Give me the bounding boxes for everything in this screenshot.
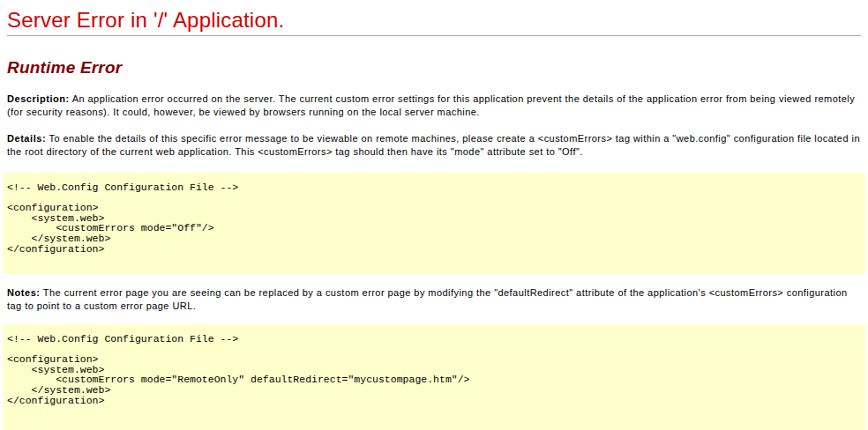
- web-config-code-off: <!-- Web.Config Configuration File --> <…: [3, 173, 865, 254]
- description-paragraph: Description: An application error occurr…: [7, 93, 861, 119]
- description-label: Description:: [7, 93, 70, 104]
- runtime-error-heading: Runtime Error: [7, 58, 861, 78]
- details-paragraph: Details: To enable the details of this s…: [7, 132, 861, 159]
- details-label: Details:: [7, 133, 46, 144]
- web-config-example-off-box: <!-- Web.Config Configuration File --> <…: [3, 173, 865, 274]
- notes-text: The current error page you are seeing ca…: [7, 287, 848, 311]
- description-text: An application error occurred on the ser…: [7, 93, 855, 117]
- web-config-code-remoteonly: <!-- Web.Config Configuration File --> <…: [3, 324, 865, 405]
- title-divider: [7, 35, 861, 36]
- details-text: To enable the details of this specific e…: [7, 133, 860, 157]
- notes-paragraph: Notes: The current error page you are se…: [7, 286, 861, 313]
- aspnet-error-page: Server Error in '/' Application. Runtime…: [0, 0, 868, 430]
- page-title: Server Error in '/' Application.: [7, 7, 861, 33]
- notes-label: Notes:: [7, 287, 41, 298]
- web-config-example-remoteonly-box: <!-- Web.Config Configuration File --> <…: [3, 324, 865, 430]
